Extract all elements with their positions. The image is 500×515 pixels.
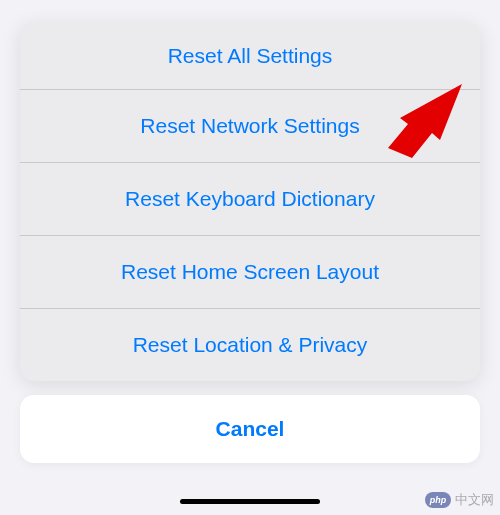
- cancel-button[interactable]: Cancel: [20, 395, 480, 463]
- action-sheet-container: Reset All Settings Reset Network Setting…: [20, 22, 480, 507]
- watermark: php 中文网: [425, 491, 494, 509]
- option-reset-home-screen-layout[interactable]: Reset Home Screen Layout: [20, 235, 480, 308]
- action-sheet: Reset All Settings Reset Network Setting…: [20, 22, 480, 381]
- option-reset-all-settings[interactable]: Reset All Settings: [20, 22, 480, 89]
- home-indicator[interactable]: [180, 499, 320, 504]
- option-reset-network-settings[interactable]: Reset Network Settings: [20, 89, 480, 162]
- watermark-text: 中文网: [455, 491, 494, 509]
- option-reset-location-privacy[interactable]: Reset Location & Privacy: [20, 308, 480, 381]
- php-badge-icon: php: [425, 492, 451, 508]
- option-reset-keyboard-dictionary[interactable]: Reset Keyboard Dictionary: [20, 162, 480, 235]
